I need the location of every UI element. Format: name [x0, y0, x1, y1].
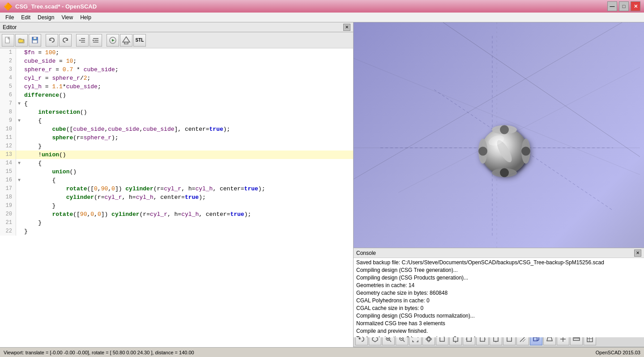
- editor-toolbar: STL: [0, 32, 353, 48]
- code-line-10: 10 cube([cube_side,cube_side,cube_side],…: [0, 125, 353, 133]
- statusbar: Viewport: translate = [-0.00 -0.00 -0.00…: [0, 347, 644, 357]
- code-line-13: 13 !union(): [0, 151, 353, 159]
- statusbar-left: Viewport: translate = [-0.00 -0.00 -0.00…: [4, 350, 194, 355]
- code-line-18: 18 cylinder(r=cyl_r, h=cyl_h, center=tru…: [0, 193, 353, 202]
- open-file-button[interactable]: [15, 34, 28, 47]
- window-title: CSG_Tree.scad* - OpenSCAD: [15, 3, 97, 10]
- editor-close-button[interactable]: ✕: [343, 24, 350, 31]
- svg-rect-14: [124, 42, 128, 44]
- code-line-11: 11 sphere(r=sphere_r);: [0, 133, 353, 142]
- console-line: Geometries in cache: 14: [356, 282, 641, 289]
- export-stl-button[interactable]: STL: [133, 34, 146, 47]
- statusbar-right: OpenSCAD 2015.03: [596, 350, 640, 355]
- code-line-9: 9 ▼ {: [0, 116, 353, 125]
- console-line: Compile and preview finished.: [356, 327, 641, 335]
- svg-marker-12: [112, 39, 115, 42]
- svg-rect-56: [453, 337, 458, 341]
- titlebar: 🔶 CSG_Tree.scad* - OpenSCAD — □ ✕: [0, 0, 644, 13]
- console-title: Console: [356, 250, 376, 256]
- console-titlebar: Console ✕: [354, 248, 644, 258]
- code-line-16: 16 ▼ {: [0, 176, 353, 185]
- editor-panel: Editor ✕: [0, 22, 354, 347]
- menu-edit[interactable]: Edit: [17, 13, 34, 22]
- code-line-22: 22 }: [0, 227, 353, 236]
- console-line: Compiling design (CSG Products generatio…: [356, 274, 641, 282]
- code-line-17: 17 rotate([0,90,0]) cylinder(r=cyl_r, h=…: [0, 185, 353, 193]
- menu-view[interactable]: View: [58, 13, 77, 22]
- code-line-14: 14 ▼ {: [0, 159, 353, 168]
- svg-rect-58: [467, 337, 471, 341]
- editor-title: Editor: [3, 24, 17, 30]
- preview-button[interactable]: [107, 34, 119, 47]
- save-file-button[interactable]: [29, 34, 41, 47]
- code-line-5: 5 cyl_h = 1.1*cube_side;: [0, 82, 353, 91]
- render-button[interactable]: [120, 34, 132, 47]
- new-file-button[interactable]: [2, 34, 14, 47]
- close-button[interactable]: ✕: [631, 1, 640, 11]
- code-line-20: 20 rotate([90,0,0]) cylinder(r=cyl_r, h=…: [0, 210, 353, 219]
- console-line: Geometry cache size in bytes: 860848: [356, 289, 641, 297]
- code-line-8: 8 intersection(): [0, 108, 353, 116]
- menu-design[interactable]: Design: [34, 13, 58, 22]
- svg-rect-54: [440, 337, 444, 341]
- console-content: Saved backup file: C:/Users/Steve/Docume…: [354, 258, 644, 337]
- svg-rect-4: [33, 40, 37, 43]
- console-line: CGAL cache size in bytes: 0: [356, 305, 641, 312]
- code-line-19: 19 }: [0, 202, 353, 210]
- svg-line-50: [403, 340, 405, 342]
- svg-rect-62: [494, 337, 498, 341]
- svg-marker-13: [123, 37, 130, 42]
- code-line-3: 3 sphere_r = 0.7 * cube_side;: [0, 65, 353, 74]
- console-line: Total rendering time: 0 hours, 0 minutes…: [356, 335, 641, 337]
- app-icon: 🔶: [4, 2, 13, 11]
- code-area[interactable]: 1 $fn = 100; 2 cube_side = 10; 3 sphere_…: [0, 48, 353, 347]
- editor-titlebar: Editor ✕: [0, 22, 353, 32]
- maximize-button[interactable]: □: [619, 1, 629, 11]
- titlebar-controls: — □ ✕: [607, 1, 640, 11]
- svg-point-52: [426, 338, 431, 340]
- console-panel: Console ✕ Saved backup file: C:/Users/St…: [354, 248, 644, 337]
- minimize-button[interactable]: —: [607, 1, 617, 11]
- console-line: Normalized CSG tree has 3 elements: [356, 320, 641, 327]
- undo-button[interactable]: [46, 34, 58, 47]
- console-line: CGAL Polyhedrons in cache: 0: [356, 297, 641, 305]
- code-line-4: 4 cyl_r = sphere_r/2;: [0, 74, 353, 82]
- code-line-12: 12 }: [0, 142, 353, 151]
- code-line-1: 1 $fn = 100;: [0, 48, 353, 57]
- svg-rect-60: [480, 337, 485, 341]
- svg-point-30: [500, 125, 509, 134]
- code-line-21: 21 }: [0, 219, 353, 227]
- redo-button[interactable]: [59, 34, 72, 47]
- 3d-object: [469, 116, 540, 189]
- code-line-6: 6 difference(): [0, 91, 353, 99]
- indent-less-button[interactable]: [76, 34, 89, 47]
- code-line-15: 15 union(): [0, 168, 353, 176]
- console-close-button[interactable]: ✕: [634, 249, 641, 257]
- svg-rect-3: [34, 37, 36, 39]
- indent-more-button[interactable]: [90, 34, 102, 47]
- svg-marker-64: [507, 337, 512, 341]
- svg-rect-67: [533, 337, 537, 341]
- code-line-7: 7 ▼ {: [0, 99, 353, 108]
- console-line: Compiling design (CSG Products normaliza…: [356, 312, 641, 320]
- svg-point-31: [500, 168, 509, 177]
- svg-marker-71: [547, 337, 552, 341]
- svg-line-66: [523, 339, 525, 342]
- console-line: Saved backup file: C:/Users/Steve/Docume…: [356, 259, 641, 267]
- svg-point-32: [478, 147, 487, 156]
- svg-line-46: [389, 340, 391, 342]
- svg-point-33: [521, 147, 530, 156]
- code-line-2: 2 cube_side = 10;: [0, 57, 353, 65]
- main-layout: Editor ✕: [0, 22, 644, 347]
- console-line: Compiling design (CSG Tree generation)..…: [356, 267, 641, 274]
- right-panel: Z X Y: [354, 22, 644, 347]
- menu-help[interactable]: Help: [77, 13, 95, 22]
- menubar: File Edit Design View Help: [0, 13, 644, 22]
- menu-file[interactable]: File: [2, 13, 17, 22]
